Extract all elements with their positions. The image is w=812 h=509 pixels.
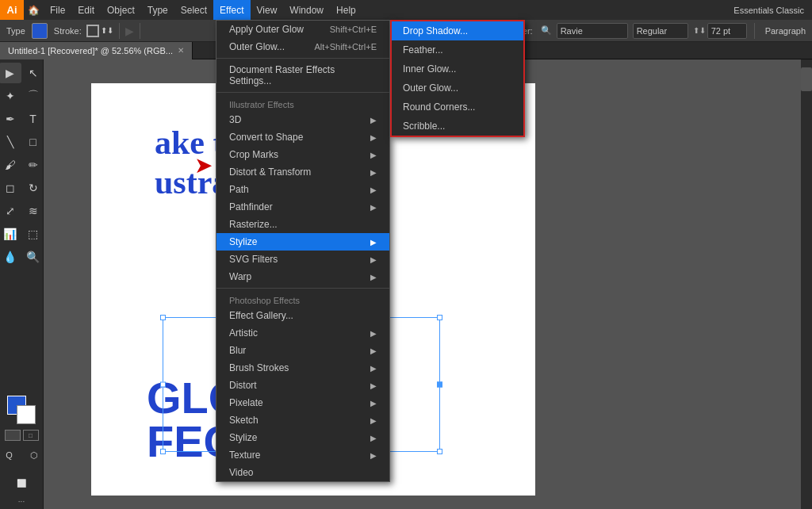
menu-effect-gallery[interactable]: Effect Gallery... [216, 307, 389, 324]
type-tool-label: Type [3, 26, 29, 36]
right-scrollbar[interactable] [801, 59, 812, 509]
menu-rasterize[interactable]: Rasterize... [216, 216, 389, 233]
menu-file[interactable]: File [44, 0, 71, 20]
selection-tools: ▶ ↖ [0, 63, 44, 83]
line-tool[interactable]: ╲ [0, 132, 21, 152]
menu-crop-marks[interactable]: Crop Marks ▶ [216, 146, 389, 163]
menu-effect[interactable]: Effect [213, 0, 250, 20]
submenu-feather[interactable]: Feather... [392, 40, 523, 59]
background-color[interactable] [17, 405, 36, 424]
type-tool[interactable]: T [22, 109, 44, 129]
magic-lasso-tools: ✦ ⌒ [0, 86, 44, 106]
menu-warp[interactable]: Warp ▶ [216, 268, 389, 285]
stroke-arrows[interactable]: ⬆⬇ [101, 26, 113, 35]
rotate-tool[interactable]: ↻ [22, 178, 44, 198]
pen-tools: ✒ T [0, 109, 44, 129]
extra-tool-2[interactable]: ⬡ [23, 445, 45, 465]
stroke-label: Stroke: [51, 26, 85, 36]
app-logo: Ai [0, 0, 24, 20]
expand-arrow[interactable]: ▶ [125, 25, 134, 37]
close-tab-icon[interactable]: ✕ [178, 46, 184, 55]
menu-stylize2[interactable]: Stylize ▶ [216, 429, 389, 446]
menu-pixelate[interactable]: Pixelate ▶ [216, 394, 389, 411]
warp-tool[interactable]: ≋ [22, 201, 44, 221]
stylize-submenu: Drop Shadow... Feather... Inner Glow... … [390, 20, 525, 137]
menu-path[interactable]: Path ▶ [216, 181, 389, 198]
lasso-tool[interactable]: ⌒ [22, 86, 44, 106]
menu-view[interactable]: View [251, 0, 284, 20]
artboard-icon[interactable]: ⬜ [10, 473, 33, 493]
size-control: ⬆⬇ [693, 23, 747, 39]
selection-tool[interactable]: ▶ [0, 63, 21, 83]
font-input[interactable] [557, 23, 628, 39]
handle-br[interactable] [437, 449, 442, 454]
eraser-tool[interactable]: ◻ [0, 178, 21, 198]
menu-video[interactable]: Video [216, 464, 389, 481]
brush-tools: 🖌 ✏ [0, 155, 44, 175]
effect-dropdown-menu: Apply Outer Glow Shift+Ctrl+E Outer Glow… [216, 20, 390, 482]
stroke-control: Stroke: ⬆⬇ [51, 25, 113, 37]
extra-tool-1[interactable]: Q [0, 445, 21, 465]
graph-tool[interactable]: 📊 [0, 224, 21, 244]
style-input[interactable] [633, 23, 688, 39]
submenu-round-corners[interactable]: Round Corners... [392, 98, 523, 117]
menu-outer-glow[interactable]: Outer Glow... Alt+Shift+Ctrl+E [216, 38, 389, 55]
handle-bl[interactable] [160, 449, 166, 454]
menu-apply-outer-glow[interactable]: Apply Outer Glow Shift+Ctrl+E [216, 21, 389, 38]
normal-mode-btn[interactable] [5, 430, 21, 441]
menu-select[interactable]: Select [174, 0, 213, 20]
menu-distort-transform[interactable]: Distort & Transform ▶ [216, 163, 389, 181]
separator-1 [216, 58, 389, 59]
handle-tl[interactable] [160, 315, 166, 320]
handle-mr[interactable] [437, 382, 442, 388]
fg-bg-colors[interactable] [7, 396, 36, 424]
pencil-tool[interactable]: ✏ [22, 155, 44, 175]
zoom-tool[interactable]: 🔍 [22, 247, 44, 267]
menu-blur[interactable]: Blur ▶ [216, 342, 389, 359]
fill-color-swatch[interactable] [32, 23, 48, 39]
menu-document-raster[interactable]: Document Raster Effects Settings... [216, 61, 389, 90]
paintbrush-tool[interactable]: 🖌 [0, 155, 21, 175]
eyedropper-tool[interactable]: 💧 [0, 247, 21, 267]
menu-brush-strokes[interactable]: Brush Strokes ▶ [216, 359, 389, 377]
more-tools-btn[interactable]: ··· [18, 497, 25, 506]
size-arrows[interactable]: ⬆⬇ [693, 26, 706, 35]
blend-tool[interactable]: ⬚ [22, 224, 44, 244]
menu-3d[interactable]: 3D ▶ [216, 111, 389, 128]
active-tab[interactable]: Untitled-1 [Recovered]* @ 52.56% (RGB...… [0, 42, 193, 59]
menu-window[interactable]: Window [283, 0, 330, 20]
handle-ml[interactable] [160, 382, 166, 388]
scroll-thumb[interactable] [801, 67, 812, 91]
submenu-outer-glow[interactable]: Outer Glow... [392, 78, 523, 98]
direct-selection-tool[interactable]: ↖ [22, 63, 44, 83]
photoshop-effects-header: Photoshop Effects [216, 291, 389, 307]
menu-help[interactable]: Help [330, 0, 362, 20]
artboard-tool[interactable]: ⬜ [10, 473, 33, 493]
menu-pathfinder[interactable]: Pathfinder ▶ [216, 198, 389, 216]
stroke-box[interactable] [86, 25, 99, 37]
menu-svg-filters[interactable]: SVG Filters ▶ [216, 251, 389, 268]
menu-texture[interactable]: Texture ▶ [216, 446, 389, 464]
scale-tool[interactable]: ⤢ [0, 201, 21, 221]
menu-convert-to-shape[interactable]: Convert to Shape ▶ [216, 128, 389, 146]
menu-type[interactable]: Type [141, 0, 174, 20]
menu-distort2[interactable]: Distort ▶ [216, 377, 389, 394]
submenu-scribble[interactable]: Scribble... [392, 117, 523, 136]
menu-stylize[interactable]: Stylize ▶ [216, 233, 389, 251]
search-icon[interactable]: 🔍 [541, 25, 552, 36]
menu-artistic[interactable]: Artistic ▶ [216, 324, 389, 342]
handle-tr[interactable] [437, 315, 442, 320]
menu-sketch[interactable]: Sketch ▶ [216, 411, 389, 429]
menu-object[interactable]: Object [101, 0, 141, 20]
home-button[interactable]: 🏠 [24, 0, 44, 20]
screen-mode-btn[interactable]: □ [23, 430, 39, 441]
menu-edit[interactable]: Edit [71, 0, 101, 20]
shape-tool[interactable]: □ [22, 132, 44, 152]
submenu-inner-glow[interactable]: Inner Glow... [392, 59, 523, 78]
color-tools: □ Q ⬡ [0, 392, 48, 469]
submenu-drop-shadow[interactable]: Drop Shadow... [392, 21, 523, 40]
pen-tool[interactable]: ✒ [0, 109, 21, 129]
magic-wand-tool[interactable]: ✦ [0, 86, 21, 106]
workspace-label: Essentials Classic [733, 6, 812, 15]
size-input[interactable] [707, 23, 747, 39]
